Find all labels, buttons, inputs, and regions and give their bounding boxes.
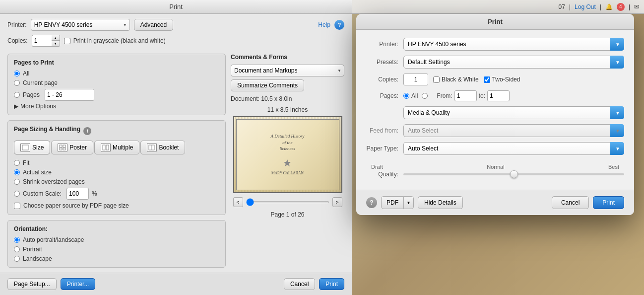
- shrink-radio[interactable]: [14, 179, 20, 185]
- quality-thumb[interactable]: [510, 170, 518, 178]
- quality-slider[interactable]: [403, 173, 624, 175]
- prev-page-button[interactable]: <: [233, 197, 243, 207]
- left-dialog-bottom: Page Setup... Printer... Cancel Print: [0, 273, 352, 295]
- quality-labels: Draft Normal Best: [366, 164, 624, 170]
- quality-row: Quality:: [366, 171, 624, 178]
- right-pages-row: Pages: All From: to:: [366, 90, 624, 101]
- copies-down-button[interactable]: ▼: [52, 41, 60, 46]
- booklet-tab[interactable]: Booklet: [140, 141, 185, 154]
- printer-row: Printer: HP ENVY 4500 series Advanced He…: [7, 19, 344, 31]
- to-input[interactable]: [487, 90, 510, 101]
- all-radio[interactable]: [14, 71, 20, 76]
- document-info: Document: 10.5 x 8.0in: [231, 95, 344, 102]
- current-page-radio[interactable]: [14, 80, 20, 86]
- booklet-tab-icon: [147, 143, 157, 152]
- all-radio-row: All: [14, 70, 219, 77]
- left-dialog-titlebar: Print: [0, 0, 352, 14]
- left-dialog-title: Print: [169, 3, 183, 10]
- right-paper-select-wrapper: Auto Select ▼: [403, 142, 624, 155]
- right-media-row: Media & Quality ▼: [366, 106, 624, 119]
- summarize-comments-button[interactable]: Summarize Comments: [231, 79, 304, 91]
- grayscale-checkbox[interactable]: [64, 38, 70, 44]
- printer-setup-button[interactable]: Printer...: [61, 278, 96, 290]
- copies-label: Copies:: [7, 37, 28, 44]
- svg-rect-2: [63, 145, 65, 148]
- pages-range-input[interactable]: [45, 89, 94, 101]
- actual-size-radio[interactable]: [14, 169, 20, 175]
- right-feed-row: Feed from: Auto Select ▼: [366, 124, 624, 137]
- bw-checkbox[interactable]: [433, 76, 440, 83]
- from-input[interactable]: [454, 90, 477, 101]
- right-presets-select[interactable]: Default Settings: [403, 56, 624, 69]
- two-sided-checkbox[interactable]: [484, 76, 490, 83]
- copies-input[interactable]: [32, 35, 52, 47]
- orientation-title: Orientation:: [14, 225, 219, 232]
- custom-scale-radio[interactable]: [14, 191, 20, 197]
- custom-scale-input[interactable]: [66, 188, 89, 200]
- right-dialog-body: Printer: HP ENVY 4500 series ▼ Presets: …: [356, 30, 634, 190]
- more-options-toggle[interactable]: ▶ More Options: [14, 103, 219, 110]
- cancel-button-left[interactable]: Cancel: [284, 278, 315, 290]
- landscape-radio[interactable]: [14, 256, 20, 262]
- question-button[interactable]: ?: [366, 197, 377, 208]
- pdf-arrow-button[interactable]: ▼: [404, 196, 414, 209]
- pages-radio[interactable]: [14, 92, 20, 98]
- right-paper-select[interactable]: Auto Select: [403, 142, 624, 155]
- next-page-button[interactable]: >: [332, 197, 342, 207]
- print-button-left[interactable]: Print: [319, 278, 344, 290]
- left-dialog-body: Printer: HP ENVY 4500 series Advanced He…: [0, 14, 352, 273]
- right-from-radio[interactable]: [422, 93, 428, 99]
- help-link[interactable]: Help: [318, 21, 330, 28]
- pages-label: Pages: [23, 91, 40, 98]
- page-sizing-title: Page Sizing & Handling: [14, 126, 80, 133]
- choose-paper-checkbox[interactable]: [14, 203, 20, 209]
- right-paper-label: Paper Type:: [366, 145, 398, 152]
- booklet-tab-label: Booklet: [159, 144, 179, 151]
- pdf-button[interactable]: PDF: [381, 196, 404, 209]
- quality-best-label: Best: [608, 164, 619, 170]
- printer-select[interactable]: HP ENVY 4500 series: [31, 19, 130, 31]
- portrait-radio[interactable]: [14, 246, 20, 252]
- from-to-inputs: From: to:: [437, 90, 510, 101]
- fit-radio[interactable]: [14, 160, 20, 166]
- multiple-tab[interactable]: Multiple: [94, 141, 139, 154]
- right-printer-select[interactable]: HP ENVY 4500 series: [403, 38, 624, 51]
- poster-tab[interactable]: Poster: [51, 141, 93, 154]
- print-button-right[interactable]: Print: [593, 196, 624, 209]
- orientation-radio-group: Auto portrait/landscape Portrait Landsca…: [14, 236, 219, 262]
- book-inner-border: A Detailed Historyof theSciences MARY CA…: [236, 119, 339, 190]
- right-copies-input[interactable]: [403, 74, 428, 85]
- help-button[interactable]: ?: [334, 20, 344, 30]
- hide-details-button[interactable]: Hide Details: [418, 196, 463, 209]
- cancel-button-right[interactable]: Cancel: [552, 196, 589, 209]
- bw-label: Black & White: [442, 76, 479, 83]
- right-media-select[interactable]: Media & Quality: [403, 106, 624, 119]
- right-presets-label: Presets:: [366, 59, 398, 66]
- bell-icon[interactable]: 🔔: [605, 3, 613, 10]
- copies-up-button[interactable]: ▲: [52, 35, 60, 41]
- comments-select[interactable]: Document and Markups: [231, 65, 344, 76]
- mail-icon[interactable]: ✉: [634, 3, 639, 10]
- portrait-label: Portrait: [23, 246, 42, 253]
- left-print-dialog: Print Printer: HP ENVY 4500 series Advan…: [0, 0, 352, 295]
- nav-logout[interactable]: Log Out: [575, 3, 596, 10]
- info-icon[interactable]: i: [83, 127, 91, 135]
- bottom-left-btns: Page Setup... Printer...: [7, 278, 95, 290]
- right-copies-label: Copies:: [366, 76, 398, 83]
- size-tab[interactable]: Size: [14, 141, 50, 154]
- advanced-button[interactable]: Advanced: [134, 19, 173, 31]
- page-setup-button[interactable]: Page Setup...: [7, 278, 57, 290]
- svg-rect-1: [60, 145, 62, 148]
- right-dialog-titlebar: Print: [356, 14, 634, 30]
- page-slider[interactable]: [246, 201, 329, 203]
- two-sided-checkbox-label: Two-Sided: [484, 76, 520, 83]
- auto-portrait-radio[interactable]: [14, 237, 20, 243]
- auto-portrait-label: Auto portrait/landscape: [23, 236, 84, 243]
- grayscale-row: Print in grayscale (black and white): [64, 37, 166, 44]
- right-feed-select[interactable]: Auto Select: [403, 124, 624, 137]
- sizing-title-row: Page Sizing & Handling i: [14, 126, 219, 137]
- preview-box: A Detailed Historyof theSciences MARY CA…: [233, 116, 342, 193]
- right-all-radio[interactable]: [403, 93, 409, 99]
- right-presets-select-wrapper: Default Settings ▼: [403, 56, 624, 69]
- svg-rect-5: [103, 145, 105, 150]
